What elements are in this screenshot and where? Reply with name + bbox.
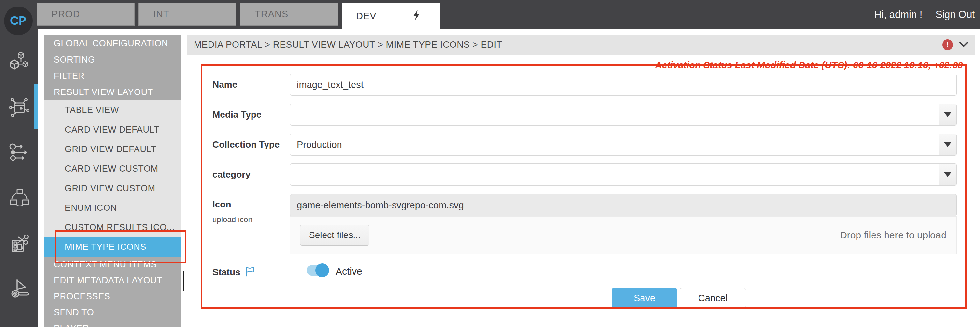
tab-label: DEV	[356, 11, 377, 22]
sidebar-item-sorting[interactable]: SORTING	[44, 51, 181, 68]
sidebar-item-card-view-custom[interactable]: CARD VIEW CUSTOM	[44, 159, 181, 178]
tab-prod[interactable]: PROD	[37, 3, 135, 26]
name-input[interactable]: image_text_test	[290, 74, 956, 96]
upload-icon-label: upload icon	[212, 215, 253, 224]
breadcrumb: MEDIA PORTAL > RESULT VIEW LAYOUT > MIME…	[194, 40, 942, 50]
status-value: Active	[336, 266, 362, 277]
sidebar-item-processes[interactable]: PROCESSES	[44, 289, 181, 305]
sidebar-item-card-view-default[interactable]: CARD VIEW DEFAULT	[44, 120, 181, 140]
user-greeting: Hi, admin !	[874, 9, 922, 21]
media-type-select[interactable]	[290, 103, 956, 126]
config-menu: GLOBAL CONFIGURATIONSORTINGFILTERRESULT …	[44, 35, 181, 327]
flag-icon	[245, 267, 255, 278]
category-select[interactable]	[290, 164, 956, 186]
status-label-row: Status	[212, 267, 255, 278]
chevron-down-icon[interactable]	[959, 42, 968, 47]
tab-dev[interactable]: DEV	[342, 3, 439, 29]
tab-trans[interactable]: TRANS	[240, 3, 338, 26]
select-files-button[interactable]: Select files...	[300, 225, 369, 246]
distribution-icon[interactable]	[8, 187, 29, 208]
error-alert-icon[interactable]: !	[942, 40, 953, 50]
sidebar-item-player[interactable]: PLAYER	[44, 321, 181, 327]
icon-filename-field: game-elements-bomb-svgrepo-com.svg	[290, 194, 956, 216]
tab-label: PROD	[51, 9, 80, 19]
cancel-button[interactable]: Cancel	[679, 288, 746, 308]
name-label: Name	[212, 79, 237, 90]
collection-type-label: Collection Type	[212, 140, 280, 150]
sidebar-item-custom-results-ico[interactable]: CUSTOM RESULTS ICO...	[44, 217, 181, 237]
app-logo[interactable]: CP	[4, 6, 33, 35]
dropdown-arrow-icon[interactable]	[939, 104, 956, 125]
sidebar-item-grid-view-default[interactable]: GRID VIEW DEFAULT	[44, 140, 181, 159]
sidebar-item-enum-icon[interactable]: ENUM ICON	[44, 198, 181, 217]
toggle-knob	[315, 264, 329, 277]
menu-top-group: GLOBAL CONFIGURATIONSORTINGFILTERRESULT …	[44, 35, 181, 100]
tab-int[interactable]: INT	[138, 3, 236, 26]
user-area: Hi, admin ! Sign Out	[874, 0, 975, 29]
activation-status-note: Activation Status Last Modified Date (UT…	[655, 60, 963, 71]
menu-bottom-group: CONTEXT MENU ITEMSEDIT METADATA LAYOUTPR…	[44, 257, 181, 327]
sidebar-item-send-to[interactable]: SEND TO	[44, 305, 181, 321]
menu-sub-group: TABLE VIEWCARD VIEW DEFAULTGRID VIEW DEF…	[44, 100, 181, 257]
tab-label: INT	[153, 9, 169, 19]
mime-type-icons-edit-screen: CP PRODINTTRANSDEV Hi, admin ! Sign Out	[0, 0, 980, 327]
env-tabs: PRODINTTRANSDEV	[37, 3, 439, 29]
sign-out-link[interactable]: Sign Out	[935, 9, 975, 21]
lightning-icon	[412, 9, 421, 23]
collection-type-value: Production	[297, 140, 342, 150]
flag-marker-icon[interactable]	[8, 278, 29, 298]
sidebar-item-grid-view-custom[interactable]: GRID VIEW CUSTOM	[44, 178, 181, 198]
sidebar-item-filter[interactable]: FILTER	[44, 68, 181, 84]
drop-files-hint: Drop files here to upload	[840, 230, 947, 241]
media-edit-icon[interactable]	[8, 233, 29, 253]
text-cursor-mark	[183, 271, 185, 292]
active-section-indicator	[33, 84, 38, 129]
save-button[interactable]: Save	[612, 288, 677, 308]
upload-dropzone[interactable]: Select files... Drop files here to uploa…	[290, 216, 956, 254]
sidebar-item-context-menu-items[interactable]: CONTEXT MENU ITEMS	[44, 257, 181, 273]
dropdown-arrow-icon[interactable]	[939, 134, 956, 156]
breadcrumb-bar: MEDIA PORTAL > RESULT VIEW LAYOUT > MIME…	[187, 35, 975, 55]
media-type-label: Media Type	[212, 110, 261, 120]
workflow-icon[interactable]	[8, 142, 29, 163]
status-label: Status	[212, 267, 240, 278]
dropdown-arrow-icon[interactable]	[939, 164, 956, 185]
sidebar-item-mime-type-icons[interactable]: MIME TYPE ICONS	[44, 237, 181, 257]
icon-label: Icon	[212, 199, 231, 210]
icon-filename: game-elements-bomb-svgrepo-com.svg	[297, 200, 464, 211]
app-config-icon[interactable]	[8, 97, 29, 117]
category-label: category	[212, 169, 251, 180]
sidebar-item-global-configuration[interactable]: GLOBAL CONFIGURATION	[44, 35, 181, 51]
name-value: image_text_test	[297, 79, 364, 90]
assets-cubes-icon[interactable]	[8, 51, 29, 71]
status-toggle[interactable]	[307, 265, 328, 276]
tab-label: TRANS	[255, 9, 288, 19]
sidebar-item-result-view-layout[interactable]: RESULT VIEW LAYOUT	[44, 84, 181, 100]
collection-type-select[interactable]: Production	[290, 133, 956, 156]
sidebar-item-edit-metadata-layout[interactable]: EDIT METADATA LAYOUT	[44, 273, 181, 289]
sidebar-item-table-view[interactable]: TABLE VIEW	[44, 100, 181, 120]
